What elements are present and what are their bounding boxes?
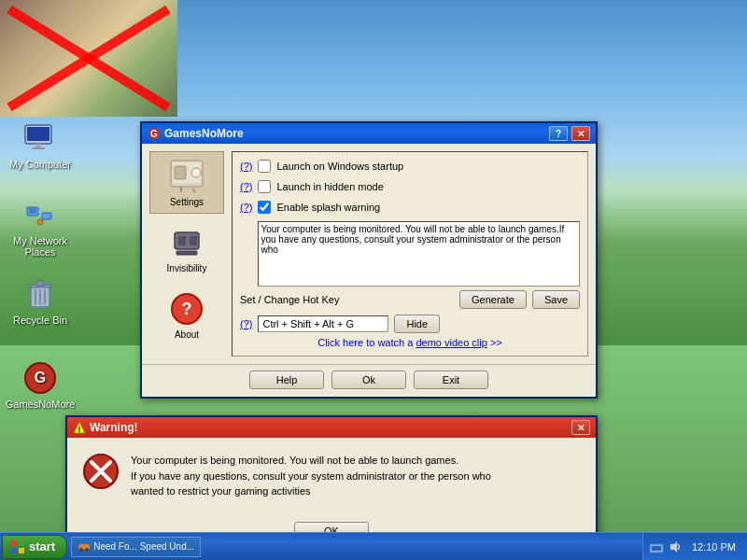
svg-rect-8 xyxy=(42,213,51,219)
label-launch-hidden: Launch in hidden mode xyxy=(276,181,383,192)
desktop-icon-my-network[interactable]: My Network Places xyxy=(7,196,73,258)
about-sidebar-icon: ? xyxy=(169,291,204,327)
svg-text:G: G xyxy=(150,129,158,139)
splash-text-area[interactable]: Your computer is being monitored. You wi… xyxy=(258,221,580,287)
checkbox-enable-splash[interactable] xyxy=(258,201,271,214)
taskbar-tray: 12:10 PM xyxy=(642,533,747,560)
warning-line2: If you have any questions, consult your … xyxy=(131,469,581,484)
svg-rect-5 xyxy=(32,147,45,149)
hotkey-label: Set / Change Hot Key xyxy=(240,294,454,305)
network-tray-icon xyxy=(649,539,664,554)
warning-body: Your computer is being monitored. You wi… xyxy=(67,438,596,514)
svg-line-1 xyxy=(9,9,168,107)
recycle-icon xyxy=(25,277,55,311)
gnm-titlebar[interactable]: G GamesNoMore ? ✕ xyxy=(142,123,596,144)
taskbar: start Need Fo... Speed Und... 12:10 P xyxy=(0,532,747,560)
sidebar-item-settings[interactable]: Settings xyxy=(149,151,224,214)
hide-button[interactable]: Hide xyxy=(394,315,440,333)
option-row-startup: (?) Launch on Windows startup xyxy=(240,160,580,173)
svg-rect-7 xyxy=(29,208,36,214)
help-q-splash[interactable]: (?) xyxy=(240,202,252,213)
close-button[interactable]: ✕ xyxy=(571,126,590,141)
generate-save-row: Set / Change Hot Key Generate Save xyxy=(240,290,580,309)
label-launch-startup: Launch on Windows startup xyxy=(276,161,403,172)
icon-label: My Network Places xyxy=(13,235,67,258)
nfs-icon xyxy=(78,540,91,553)
svg-marker-47 xyxy=(670,541,677,553)
svg-point-10 xyxy=(37,219,43,225)
save-button[interactable]: Save xyxy=(532,290,580,309)
svg-rect-23 xyxy=(175,166,186,179)
checkbox-launch-startup[interactable] xyxy=(258,160,271,173)
exit-footer-button[interactable]: Exit xyxy=(414,371,488,389)
sidebar-item-invisibility[interactable]: Invisibility xyxy=(149,217,224,280)
svg-rect-41 xyxy=(19,548,24,553)
speaker-tray-icon xyxy=(668,539,683,554)
help-q-startup[interactable]: (?) xyxy=(240,161,252,172)
gnm-footer: Help Ok Exit xyxy=(142,364,596,397)
icon-label: GamesNoMore xyxy=(6,399,76,410)
checkbox-launch-hidden[interactable] xyxy=(258,180,271,193)
hotkey-input[interactable] xyxy=(258,315,388,332)
demo-link[interactable]: demo video clip xyxy=(416,337,486,348)
desktop-icon-my-computer[interactable]: My Computer xyxy=(7,119,73,170)
icon-label: Recycle Bin xyxy=(13,315,67,326)
warning-title-icon: ! xyxy=(73,421,86,434)
gnm-title-icon: G xyxy=(148,127,161,140)
settings-sidebar-icon xyxy=(169,159,204,194)
option-row-hidden: (?) Launch in hidden mode xyxy=(240,180,580,193)
warning-message: Your computer is being monitored. You wi… xyxy=(131,453,581,499)
taskbar-items: Need Fo... Speed Und... xyxy=(67,537,642,557)
help-footer-button[interactable]: Help xyxy=(249,371,324,389)
demo-link-row: Click here to watch a demo video clip >> xyxy=(240,337,580,348)
svg-rect-30 xyxy=(176,251,197,255)
option-row-splash: (?) Enable splash warning xyxy=(240,201,580,214)
invisibility-sidebar-icon xyxy=(169,225,204,260)
demo-link-post-text: >> xyxy=(490,337,502,348)
sidebar-about-label: About xyxy=(175,329,199,340)
svg-text:!: ! xyxy=(78,425,81,434)
start-label: start xyxy=(29,539,55,553)
svg-rect-38 xyxy=(11,540,17,546)
svg-rect-39 xyxy=(19,540,24,546)
sidebar-item-about[interactable]: ? About xyxy=(149,284,224,346)
hotkey-row: (?) Hide xyxy=(240,315,580,333)
gnm-title-text: GamesNoMore xyxy=(164,127,545,140)
ok-footer-button[interactable]: Ok xyxy=(331,371,406,389)
help-q-hotkey[interactable]: (?) xyxy=(240,318,252,329)
sidebar-invisibility-label: Invisibility xyxy=(167,263,207,273)
start-button[interactable]: start xyxy=(2,535,67,559)
taskbar-item-nfs[interactable]: Need Fo... Speed Und... xyxy=(71,537,201,557)
svg-rect-29 xyxy=(190,236,197,245)
warning-line1: Your computer is being monitored. You wi… xyxy=(131,453,581,469)
network-icon xyxy=(23,200,57,230)
help-button[interactable]: ? xyxy=(549,126,568,141)
splash-text-row: (?) Your computer is being monitored. Yo… xyxy=(240,221,580,287)
warning-titlebar[interactable]: ! Warning! ✕ xyxy=(67,417,596,438)
svg-rect-4 xyxy=(35,144,41,147)
desktop-icon-recycle-bin[interactable]: Recycle Bin xyxy=(7,275,73,326)
svg-rect-28 xyxy=(178,236,186,245)
generate-button[interactable]: Generate xyxy=(459,290,527,309)
windows-logo-icon xyxy=(10,539,25,554)
warning-error-icon xyxy=(82,453,120,490)
warning-close-button[interactable]: ✕ xyxy=(571,420,590,435)
svg-text:G: G xyxy=(35,370,46,385)
svg-line-9 xyxy=(38,211,42,216)
svg-line-25 xyxy=(192,189,195,192)
help-q-hidden[interactable]: (?) xyxy=(240,181,252,192)
svg-point-44 xyxy=(85,548,89,552)
sidebar-settings-label: Settings xyxy=(170,197,204,207)
svg-text:?: ? xyxy=(182,300,192,318)
gamesnomore-icon: G xyxy=(23,361,57,395)
desktop-icon-gamesnomore[interactable]: G GamesNoMore xyxy=(7,359,73,410)
svg-rect-46 xyxy=(652,546,661,551)
svg-rect-3 xyxy=(27,127,49,141)
red-x-overlay xyxy=(0,0,177,117)
gnm-sidebar: Settings Invisibility xyxy=(149,151,224,357)
taskbar-clock: 12:10 PM xyxy=(684,541,743,553)
svg-line-0 xyxy=(9,9,168,107)
gnm-content-area: (?) Launch on Windows startup (?) Launch… xyxy=(232,151,588,357)
demo-link-pre-text: Click here to watch a xyxy=(317,337,413,348)
svg-rect-40 xyxy=(11,548,17,553)
